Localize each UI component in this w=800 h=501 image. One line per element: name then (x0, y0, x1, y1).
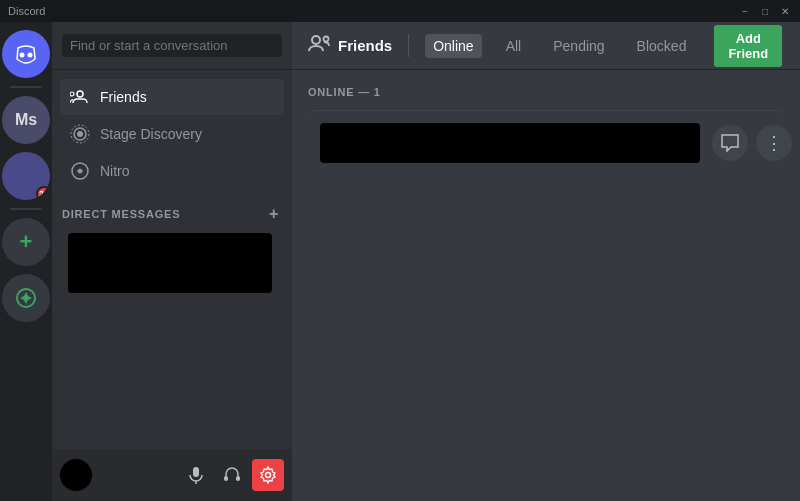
search-bar (52, 22, 292, 70)
tab-pending[interactable]: Pending (545, 34, 612, 58)
friends-header-icon (308, 34, 330, 57)
sidebar-item-nitro[interactable]: Nitro (60, 153, 284, 189)
maximize-button[interactable]: □ (758, 4, 772, 18)
svg-marker-3 (20, 292, 32, 304)
add-server-button[interactable]: + (2, 218, 50, 266)
tab-all[interactable]: All (498, 34, 530, 58)
channel-sidebar: Friends Stage Discovery (52, 22, 292, 501)
svg-point-5 (70, 92, 74, 96)
svg-point-14 (266, 473, 271, 478)
svg-point-16 (324, 37, 329, 42)
svg-rect-12 (224, 476, 228, 481)
tab-online[interactable]: Online (425, 34, 481, 58)
home-server-icon[interactable] (2, 30, 50, 78)
sidebar-item-nitro-label: Nitro (100, 163, 130, 179)
svg-point-1 (28, 53, 33, 58)
app-title: Discord (8, 5, 45, 17)
friends-title: Friends (338, 37, 392, 54)
settings-button[interactable] (252, 459, 284, 491)
notification-badge: 25 (36, 186, 50, 200)
dm-avatar (68, 233, 272, 293)
user-avatar (60, 459, 92, 491)
user-avatar-icon[interactable]: 25 (2, 152, 50, 200)
sidebar-item-friends-label: Friends (100, 89, 147, 105)
add-dm-button[interactable]: + (266, 206, 282, 222)
headset-button[interactable] (216, 459, 248, 491)
online-count-header: ONLINE — 1 (308, 86, 784, 98)
sidebar-item-friends[interactable]: Friends (60, 79, 284, 115)
tab-blocked[interactable]: Blocked (629, 34, 695, 58)
dm-list-item[interactable] (60, 227, 284, 299)
window-controls: − □ ✕ (738, 4, 792, 18)
server-divider-2 (10, 208, 42, 210)
dm-header-label: DIRECT MESSAGES (62, 208, 180, 220)
friend-avatar (320, 123, 700, 163)
app-body: Ms 25 + (0, 22, 800, 501)
user-bar (52, 449, 292, 501)
close-button[interactable]: ✕ (778, 4, 792, 18)
add-friend-button[interactable]: Add Friend (714, 25, 782, 67)
nav-section: Friends Stage Discovery (52, 70, 292, 449)
friend-list-item[interactable]: ⋮ (308, 110, 784, 175)
svg-point-4 (77, 91, 83, 97)
ms-server-icon[interactable]: Ms (2, 96, 50, 144)
svg-rect-13 (236, 476, 240, 481)
main-content: Friends Online All Pending Blocked Add F… (292, 22, 800, 501)
server-divider (10, 86, 42, 88)
svg-point-0 (20, 53, 25, 58)
svg-rect-10 (193, 467, 199, 477)
sidebar-item-stage-label: Stage Discovery (100, 126, 202, 142)
friends-title-group: Friends (308, 34, 409, 57)
svg-point-6 (77, 131, 83, 137)
stage-discovery-nav-icon (70, 124, 90, 144)
friends-nav-icon (70, 87, 90, 107)
minimize-button[interactable]: − (738, 4, 752, 18)
friend-chat-button[interactable] (712, 125, 748, 161)
microphone-button[interactable] (180, 459, 212, 491)
search-input[interactable] (62, 34, 282, 57)
sidebar-item-stage-discovery[interactable]: Stage Discovery (60, 116, 284, 152)
dm-section-header: DIRECT MESSAGES + (52, 190, 292, 226)
explore-servers-icon[interactable] (2, 274, 50, 322)
title-bar: Discord − □ ✕ (0, 0, 800, 22)
server-sidebar: Ms 25 + (0, 22, 52, 501)
svg-point-15 (312, 36, 320, 44)
friend-more-button[interactable]: ⋮ (756, 125, 792, 161)
nitro-nav-icon (70, 161, 90, 181)
friends-content: ONLINE — 1 ⋮ (292, 70, 800, 501)
friends-header: Friends Online All Pending Blocked Add F… (292, 22, 800, 70)
friend-actions: ⋮ (712, 125, 792, 161)
